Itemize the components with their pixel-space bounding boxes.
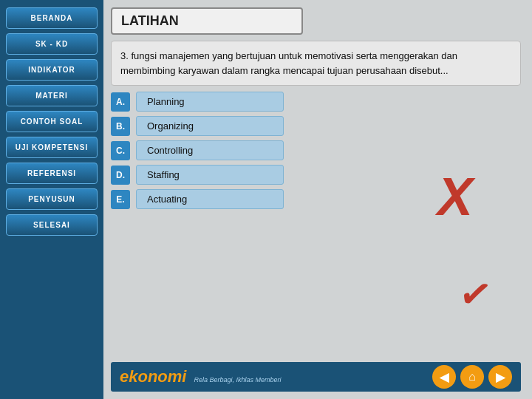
correct-mark: ✓ <box>456 273 494 317</box>
sidebar-item-indikator[interactable]: INDIKATOR <box>6 59 98 81</box>
footer-navigation: ◀ ⌂ ▶ <box>432 365 512 389</box>
sidebar-item-sk-kd[interactable]: SK - KD <box>6 33 98 55</box>
sidebar: BERANDASK - KDINDIKATORMATERICONTOH SOAL… <box>0 0 103 399</box>
option-label-1: B. <box>111 117 130 136</box>
option-label-2: C. <box>111 141 130 160</box>
sidebar-item-materi[interactable]: MATERI <box>6 85 98 106</box>
option-text-4[interactable]: Actuating <box>136 189 284 209</box>
option-label-3: D. <box>111 166 130 185</box>
option-text-0[interactable]: Planning <box>136 92 284 112</box>
option-text-3[interactable]: Staffing <box>136 165 284 185</box>
option-row-1[interactable]: B.Organizing <box>111 116 521 136</box>
main-content: LATIHAN 3. fungsi manajemen yang bertuju… <box>103 0 532 399</box>
sidebar-item-referensi[interactable]: REFERENSI <box>6 163 98 184</box>
brand-label: ekonomi <box>120 367 186 386</box>
sidebar-item-penyusun[interactable]: PENYUSUN <box>6 188 98 210</box>
sidebar-item-uji-kompetensi[interactable]: UJI KOMPETENSI <box>6 137 98 158</box>
back-button[interactable]: ◀ <box>432 365 456 389</box>
section-title: LATIHAN <box>111 7 303 35</box>
sidebar-item-beranda[interactable]: BERANDA <box>6 7 98 29</box>
footer: ekonomi Rela Berbagi, Ikhlas Memberi ◀ ⌂… <box>111 362 521 392</box>
option-row-0[interactable]: A.Planning <box>111 92 521 112</box>
footer-subtitle: Rela Berbagi, Ikhlas Memberi <box>194 376 281 383</box>
option-label-4: E. <box>111 190 130 209</box>
wrong-mark: X <box>437 170 473 223</box>
option-text-2[interactable]: Controlling <box>136 140 284 160</box>
sidebar-item-selesai[interactable]: SELESAI <box>6 214 98 236</box>
option-text-1[interactable]: Organizing <box>136 116 284 136</box>
option-label-0: A. <box>111 92 130 112</box>
home-button[interactable]: ⌂ <box>460 365 484 389</box>
forward-button[interactable]: ▶ <box>488 365 512 389</box>
question-text: 3. fungsi manajemen yang bertujuan untuk… <box>111 41 521 86</box>
sidebar-item-contoh-soal[interactable]: CONTOH SOAL <box>6 111 98 132</box>
option-row-2[interactable]: C.Controlling <box>111 140 521 160</box>
